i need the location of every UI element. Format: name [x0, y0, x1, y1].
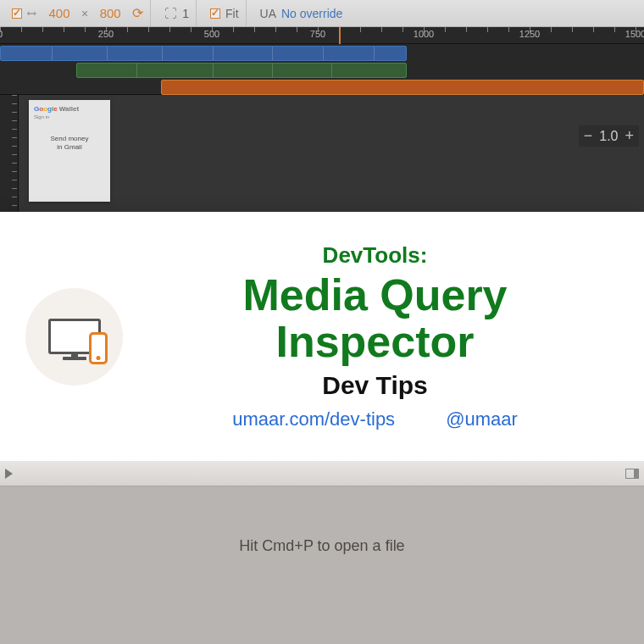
ua-label: UA — [260, 7, 276, 20]
overlay-kicker: DevTools: — [131, 242, 619, 269]
panel-tabbar — [0, 461, 644, 486]
overlay-subtitle: Dev Tips — [131, 371, 619, 400]
zoom-out-button[interactable]: − — [584, 127, 593, 145]
height-input[interactable]: 800 — [93, 6, 127, 20]
fit-toggle[interactable] — [210, 8, 220, 19]
page-signin: Sign in — [34, 114, 105, 119]
zoom-control: − 1.0 + — [579, 125, 639, 147]
horizontal-ruler[interactable]: 0250500750100012501500 — [0, 27, 644, 44]
dimension-separator: × — [81, 7, 88, 20]
dpr-group: ⛶ 1 — [158, 0, 197, 26]
current-width-marker[interactable] — [339, 27, 341, 44]
panel-empty-state: Hit Cmd+P to open a file — [0, 486, 644, 605]
device-mode-toggle[interactable] — [12, 8, 22, 19]
fit-group: Fit — [203, 0, 247, 26]
page-logo: Google Wallet — [34, 105, 105, 113]
twitter-link[interactable]: @umaar — [446, 408, 518, 430]
title-overlay: DevTools: Media Query Inspector Dev Tips… — [0, 212, 644, 461]
ruler-tick-label: 1500 — [625, 29, 644, 39]
sidebar-toggle-icon[interactable] — [625, 469, 639, 479]
media-query-bar[interactable] — [76, 63, 407, 78]
device-viewport: Google Wallet Sign in Send money in Gmai… — [0, 95, 644, 212]
swap-dimensions-icon[interactable]: ⤢ — [24, 5, 41, 22]
overlay-links: umaar.com/dev-tips @umaar — [131, 408, 619, 430]
rendered-page[interactable]: Google Wallet Sign in Send money in Gmai… — [29, 100, 110, 202]
media-query-bar[interactable] — [0, 46, 407, 61]
fit-label: Fit — [225, 7, 239, 20]
media-query-bar[interactable] — [161, 80, 644, 95]
zoom-value: 1.0 — [599, 129, 618, 144]
sources-panel: Hit Cmd+P to open a file — [0, 461, 644, 644]
ua-select[interactable]: No override — [281, 7, 342, 20]
vertical-ruler[interactable] — [0, 95, 19, 212]
dimensions-group: ⤢ 400 × 800 ⟳ — [5, 0, 151, 26]
width-input[interactable]: 400 — [42, 6, 76, 20]
devices-icon — [25, 288, 123, 386]
refresh-icon[interactable]: ⟳ — [132, 5, 143, 21]
screenshot-icon[interactable]: ⛶ — [164, 6, 177, 20]
dpr-value[interactable]: 1 — [182, 7, 189, 20]
zoom-in-button[interactable]: + — [625, 127, 634, 145]
preview-pane[interactable]: Google Wallet Sign in Send money in Gmai… — [19, 95, 644, 212]
ua-group: UA No override — [253, 0, 350, 26]
device-toolbar: ⤢ 400 × 800 ⟳ ⛶ 1 Fit UA No override — [0, 0, 644, 27]
open-file-hint: Hit Cmd+P to open a file — [239, 537, 404, 555]
website-link[interactable]: umaar.com/dev-tips — [232, 408, 395, 430]
phone-icon — [89, 332, 108, 364]
page-hero: Send money in Gmail — [34, 135, 105, 151]
overlay-title: Media Query Inspector — [131, 272, 619, 364]
navigator-toggle-icon[interactable] — [5, 469, 13, 479]
media-query-inspector[interactable] — [0, 44, 644, 95]
